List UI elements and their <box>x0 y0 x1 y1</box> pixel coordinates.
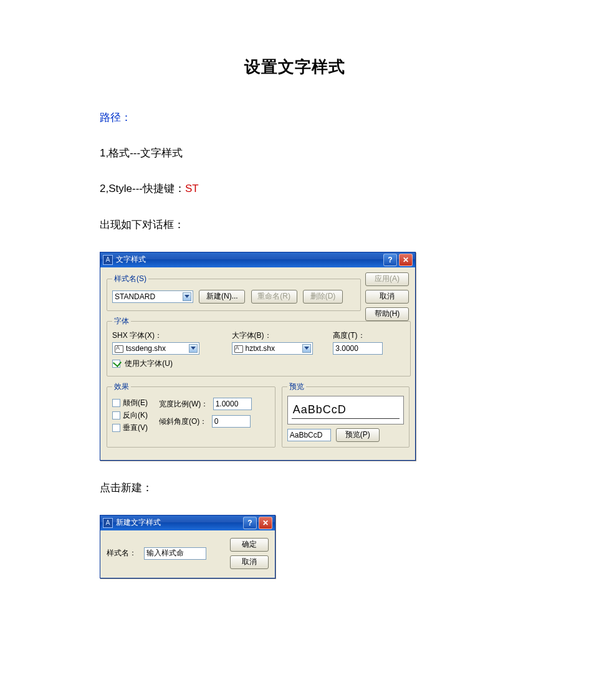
shortcut-key: ST <box>185 183 199 194</box>
app-icon: A <box>103 255 113 265</box>
titlebar[interactable]: A 文字样式 ? ✕ <box>100 252 415 267</box>
oblique-angle-label: 倾斜角度(O)： <box>159 416 207 425</box>
bigfont-value: hztxt.shx <box>246 344 275 353</box>
font-file-icon <box>115 344 123 353</box>
use-bigfont-checkbox[interactable] <box>112 360 120 368</box>
font-group: 字体 SHX 字体(X)： tssdeng.shx 使用大字体(U) <box>107 316 411 376</box>
style-name-legend: 样式名(S) <box>112 274 148 284</box>
use-bigfont-label: 使用大字体(U) <box>125 359 173 368</box>
shx-font-value: tssdeng.shx <box>126 344 166 353</box>
app-icon: A <box>103 518 113 528</box>
chevron-down-icon <box>184 295 189 298</box>
help-button[interactable]: 帮助(H) <box>365 307 409 321</box>
upside-down-label: 颠倒(E) <box>123 398 148 407</box>
titlebar[interactable]: A 新建文字样式 ? ✕ <box>100 515 275 530</box>
style-name-value: STANDARD <box>115 292 155 301</box>
doc-line-1: 1,格式---文字样式 <box>100 145 489 161</box>
ok-button[interactable]: 确定 <box>230 538 269 552</box>
titlebar-help-button[interactable]: ? <box>383 254 397 266</box>
doc-line-3: 出现如下对话框： <box>100 216 489 233</box>
bigfont-label: 大字体(B)： <box>232 330 322 341</box>
preview-button[interactable]: 预览(P) <box>336 428 380 442</box>
path-label: 路径： <box>100 109 489 126</box>
height-label: 高度(T)： <box>333 330 405 341</box>
oblique-angle-input[interactable] <box>212 415 251 428</box>
preview-underline <box>292 418 400 419</box>
preview-sample-box: AaBbCcD <box>287 396 404 424</box>
width-factor-input[interactable] <box>213 398 252 410</box>
preview-legend: 预览 <box>287 381 306 392</box>
style-name-group: 样式名(S) STANDARD 新建(N)... 重命名(R) 删除(D) <box>107 274 361 311</box>
style-name-select[interactable]: STANDARD <box>112 290 193 303</box>
apply-button[interactable]: 应用(A) <box>365 272 409 286</box>
dialog-title: 文字样式 <box>116 254 381 265</box>
font-file-icon <box>234 344 243 353</box>
vertical-label: 垂直(V) <box>123 423 148 432</box>
width-factor-label: 宽度比例(W)： <box>159 399 208 408</box>
text-style-dialog: A 文字样式 ? ✕ 应用(A) 取消 帮助(H) 样式名(S) STANDAR… <box>100 252 416 461</box>
upside-down-checkbox[interactable] <box>112 399 120 407</box>
bigfont-select[interactable]: hztxt.shx <box>232 342 313 355</box>
rename-style-button[interactable]: 重命名(R) <box>251 290 297 304</box>
cancel-button[interactable]: 取消 <box>365 290 409 304</box>
chevron-down-icon <box>304 347 309 350</box>
vertical-checkbox[interactable] <box>112 424 120 432</box>
doc-line-2: 2,Style---快捷键：ST <box>100 180 489 197</box>
effects-legend: 效果 <box>112 381 131 392</box>
new-style-button[interactable]: 新建(N)... <box>199 290 245 304</box>
font-legend: 字体 <box>112 316 131 327</box>
cancel-button[interactable]: 取消 <box>230 555 269 569</box>
titlebar-close-button[interactable]: ✕ <box>399 254 413 266</box>
preview-sample-text: AaBbCcD <box>293 403 347 416</box>
preview-text-input[interactable] <box>287 429 331 441</box>
new-style-name-label: 样式名： <box>107 548 136 559</box>
doc-line-2-prefix: 2,Style---快捷键： <box>100 183 185 194</box>
effects-group: 效果 颠倒(E) 反向(K) 垂直(V) 宽度比例(W)： <box>107 381 275 448</box>
shx-font-label: SHX 字体(X)： <box>112 330 221 341</box>
doc-line-4: 点击新建： <box>100 479 489 496</box>
backward-label: 反向(K) <box>123 411 148 420</box>
height-input[interactable] <box>333 342 383 355</box>
backward-checkbox[interactable] <box>112 411 120 420</box>
chevron-down-icon <box>191 347 196 350</box>
delete-style-button[interactable]: 删除(D) <box>303 290 343 304</box>
page-title: 设置文字样式 <box>100 56 489 78</box>
new-style-name-input[interactable] <box>144 547 206 560</box>
preview-group: 预览 AaBbCcD 预览(P) <box>282 381 409 448</box>
dialog-title: 新建文字样式 <box>116 517 241 528</box>
titlebar-help-button[interactable]: ? <box>243 517 257 529</box>
titlebar-close-button[interactable]: ✕ <box>259 517 272 529</box>
new-text-style-dialog: A 新建文字样式 ? ✕ 样式名： 确定 取消 <box>100 515 275 578</box>
shx-font-select[interactable]: tssdeng.shx <box>112 342 199 355</box>
